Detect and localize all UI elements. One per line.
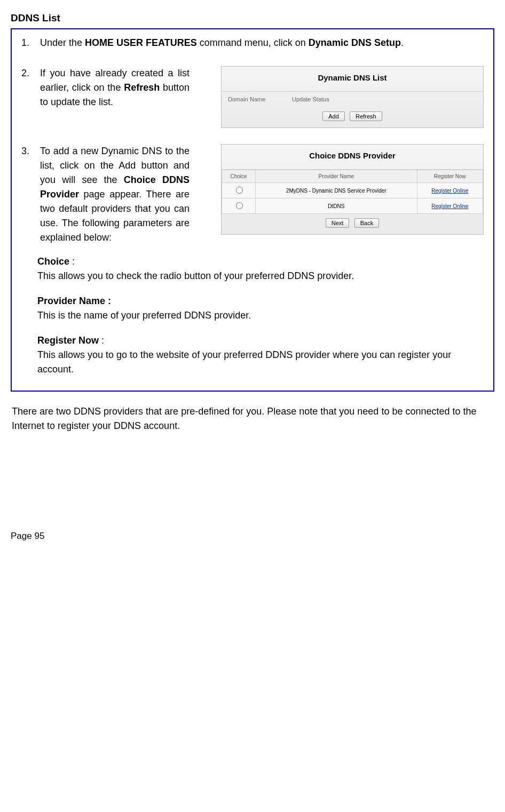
param-label: Provider Name : (37, 296, 111, 306)
step-2: Dynamic DNS List Domain Name Update Stat… (21, 66, 484, 128)
page-number: Page 95 (11, 529, 494, 543)
step-text: To add a new Dynamic DNS to the list, cl… (40, 144, 190, 245)
param-choice: Choice : This allows you to check the ra… (37, 254, 484, 283)
choice-ddns-provider-panel: Choice DDNS Provider Choice Provider Nam… (221, 144, 484, 235)
column-header: Register Now (417, 170, 483, 183)
column-header: Choice (222, 170, 256, 183)
text: Under the (40, 37, 85, 48)
step-3: Choice DDNS Provider Choice Provider Nam… (21, 144, 484, 245)
provider-radio[interactable] (236, 187, 243, 194)
dynamic-dns-list-panel: Dynamic DNS List Domain Name Update Stat… (221, 66, 484, 128)
step-number: 2. (21, 66, 37, 81)
step-number: 1. (21, 36, 37, 50)
column-header: Update Status (292, 95, 329, 104)
step-text: If you have already created a list earli… (40, 66, 190, 109)
refresh-button[interactable]: Refresh (350, 112, 382, 121)
provider-name-cell: DtDNS (256, 198, 417, 214)
bold-text: HOME USER FEATURES (85, 37, 197, 48)
param-label: Register Now (37, 335, 99, 346)
param-description: This is the name of your preferred DDNS … (37, 310, 251, 321)
step-number: 3. (21, 144, 37, 158)
add-button[interactable]: Add (322, 112, 345, 121)
panel-title: Dynamic DNS List (222, 67, 483, 92)
provider-radio[interactable] (236, 202, 243, 209)
text: . (401, 37, 404, 48)
register-link[interactable]: Register Online (431, 188, 468, 194)
instruction-box: 1. Under the HOME USER FEATURES command … (11, 28, 494, 392)
next-button[interactable]: Next (326, 218, 350, 228)
text: : (69, 256, 75, 267)
note-text: There are two DDNS providers that are pr… (11, 404, 494, 433)
column-header: Domain Name (228, 95, 292, 104)
step-text: Under the HOME USER FEATURES command men… (40, 36, 483, 50)
param-description: This allows you to check the radio butto… (37, 270, 354, 281)
bold-text: Refresh (124, 82, 160, 93)
param-register-now: Register Now : This allows you to go to … (37, 333, 484, 377)
panel-columns: Domain Name Update Status (222, 92, 483, 107)
panel-title: Choice DDNS Provider (222, 145, 483, 170)
register-link[interactable]: Register Online (431, 203, 468, 209)
column-header: Provider Name (256, 170, 417, 183)
step-1: 1. Under the HOME USER FEATURES command … (21, 36, 484, 50)
section-title: DDNS List (11, 11, 494, 26)
provider-table: Choice Provider Name Register Now 2MyDNS… (222, 170, 483, 214)
provider-name-cell: 2MyDNS - Dynamic DNS Service Provider (256, 183, 417, 198)
text: : (99, 335, 104, 346)
param-description: This allows you to go to the website of … (37, 349, 451, 375)
param-label: Choice (37, 256, 69, 267)
text: command menu, click on (197, 37, 309, 48)
bold-text: Dynamic DNS Setup (309, 37, 401, 48)
table-row: DtDNS Register Online (222, 198, 483, 214)
table-row: 2MyDNS - Dynamic DNS Service Provider Re… (222, 183, 483, 198)
param-provider-name: Provider Name : This is the name of your… (37, 294, 484, 323)
back-button[interactable]: Back (354, 218, 379, 228)
